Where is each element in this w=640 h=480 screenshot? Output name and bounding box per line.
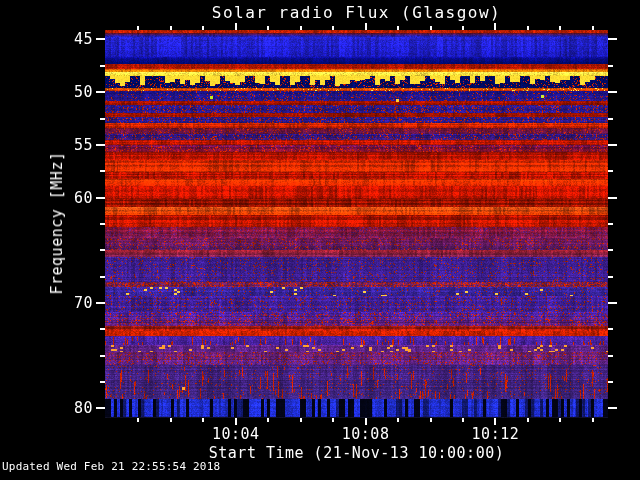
y-tick-label: 80	[0, 399, 93, 417]
y-axis-label: Frequency [MHz]	[48, 152, 66, 295]
x-tick-label: 10:04	[196, 425, 276, 443]
updated-timestamp: Updated Wed Feb 21 22:55:54 2018	[2, 460, 220, 473]
plot-title: Solar radio Flux (Glasgow)	[105, 3, 608, 22]
y-tick-label: 50	[0, 83, 93, 101]
x-tick-label: 10:08	[326, 425, 406, 443]
spectrogram-canvas	[0, 0, 640, 480]
y-tick-label: 55	[0, 136, 93, 154]
y-tick-label: 60	[0, 189, 93, 207]
spectrogram-app: Solar radio Flux (Glasgow) Frequency [MH…	[0, 0, 640, 480]
y-tick-label: 45	[0, 30, 93, 48]
y-tick-label: 70	[0, 294, 93, 312]
x-tick-label: 10:12	[455, 425, 535, 443]
